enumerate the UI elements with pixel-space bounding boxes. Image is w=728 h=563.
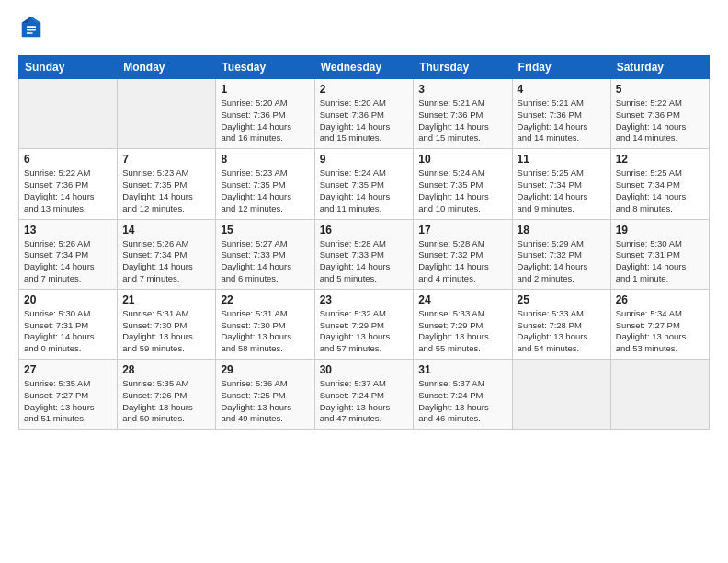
calendar-cell: 14Sunrise: 5:26 AM Sunset: 7:34 PM Dayli… xyxy=(118,219,216,289)
day-detail: Sunrise: 5:23 AM Sunset: 7:35 PM Dayligh… xyxy=(122,167,210,214)
day-detail: Sunrise: 5:25 AM Sunset: 7:34 PM Dayligh… xyxy=(616,167,704,214)
calendar-cell: 27Sunrise: 5:35 AM Sunset: 7:27 PM Dayli… xyxy=(19,360,118,430)
day-number: 8 xyxy=(221,153,309,166)
calendar-week-5: 27Sunrise: 5:35 AM Sunset: 7:27 PM Dayli… xyxy=(19,360,710,430)
weekday-header-friday: Friday xyxy=(512,56,610,79)
day-number: 12 xyxy=(616,153,704,166)
day-detail: Sunrise: 5:22 AM Sunset: 7:36 PM Dayligh… xyxy=(24,167,112,214)
day-detail: Sunrise: 5:30 AM Sunset: 7:31 PM Dayligh… xyxy=(24,308,112,355)
calendar-cell: 28Sunrise: 5:35 AM Sunset: 7:26 PM Dayli… xyxy=(118,360,216,430)
calendar-cell: 5Sunrise: 5:22 AM Sunset: 7:36 PM Daylig… xyxy=(610,79,709,149)
day-number: 23 xyxy=(320,293,409,306)
day-number: 24 xyxy=(418,293,506,306)
day-number: 15 xyxy=(221,224,309,236)
logo xyxy=(18,15,48,44)
day-number: 18 xyxy=(518,224,606,236)
calendar-cell xyxy=(512,360,610,430)
day-detail: Sunrise: 5:20 AM Sunset: 7:36 PM Dayligh… xyxy=(221,98,309,144)
day-detail: Sunrise: 5:24 AM Sunset: 7:35 PM Dayligh… xyxy=(320,167,409,214)
day-detail: Sunrise: 5:20 AM Sunset: 7:36 PM Dayligh… xyxy=(320,98,409,144)
day-number: 11 xyxy=(518,153,606,166)
day-number: 21 xyxy=(122,293,210,306)
calendar-cell: 24Sunrise: 5:33 AM Sunset: 7:29 PM Dayli… xyxy=(414,289,512,359)
day-number: 19 xyxy=(616,224,704,236)
calendar-cell xyxy=(19,79,118,149)
day-detail: Sunrise: 5:22 AM Sunset: 7:36 PM Dayligh… xyxy=(616,98,704,144)
day-detail: Sunrise: 5:28 AM Sunset: 7:33 PM Dayligh… xyxy=(320,238,409,285)
calendar-cell xyxy=(118,79,216,149)
calendar-cell: 3Sunrise: 5:21 AM Sunset: 7:36 PM Daylig… xyxy=(414,79,512,149)
calendar-cell: 7Sunrise: 5:23 AM Sunset: 7:35 PM Daylig… xyxy=(118,149,216,219)
day-detail: Sunrise: 5:36 AM Sunset: 7:25 PM Dayligh… xyxy=(221,378,309,425)
svg-rect-4 xyxy=(27,29,36,31)
day-number: 14 xyxy=(122,224,210,236)
weekday-header-row: SundayMondayTuesdayWednesdayThursdayFrid… xyxy=(19,56,710,79)
day-detail: Sunrise: 5:37 AM Sunset: 7:24 PM Dayligh… xyxy=(320,378,409,425)
calendar-cell: 10Sunrise: 5:24 AM Sunset: 7:35 PM Dayli… xyxy=(414,149,512,219)
day-detail: Sunrise: 5:31 AM Sunset: 7:30 PM Dayligh… xyxy=(221,308,309,355)
calendar-table: SundayMondayTuesdayWednesdayThursdayFrid… xyxy=(18,55,710,430)
calendar-cell: 13Sunrise: 5:26 AM Sunset: 7:34 PM Dayli… xyxy=(19,219,118,289)
header xyxy=(18,15,710,44)
calendar-cell: 20Sunrise: 5:30 AM Sunset: 7:31 PM Dayli… xyxy=(19,289,118,359)
day-detail: Sunrise: 5:31 AM Sunset: 7:30 PM Dayligh… xyxy=(122,308,210,355)
day-number: 16 xyxy=(320,224,409,236)
day-number: 7 xyxy=(122,153,210,166)
day-detail: Sunrise: 5:35 AM Sunset: 7:26 PM Dayligh… xyxy=(122,378,210,425)
calendar-cell: 9Sunrise: 5:24 AM Sunset: 7:35 PM Daylig… xyxy=(314,149,414,219)
day-number: 13 xyxy=(24,224,112,236)
calendar-cell: 21Sunrise: 5:31 AM Sunset: 7:30 PM Dayli… xyxy=(118,289,216,359)
logo-icon xyxy=(20,15,42,40)
calendar-cell: 29Sunrise: 5:36 AM Sunset: 7:25 PM Dayli… xyxy=(216,360,314,430)
calendar-cell: 18Sunrise: 5:29 AM Sunset: 7:32 PM Dayli… xyxy=(512,219,610,289)
day-number: 26 xyxy=(616,293,704,306)
day-detail: Sunrise: 5:23 AM Sunset: 7:35 PM Dayligh… xyxy=(221,167,309,214)
calendar-cell: 8Sunrise: 5:23 AM Sunset: 7:35 PM Daylig… xyxy=(216,149,314,219)
day-detail: Sunrise: 5:29 AM Sunset: 7:32 PM Dayligh… xyxy=(518,238,606,285)
calendar-week-4: 20Sunrise: 5:30 AM Sunset: 7:31 PM Dayli… xyxy=(19,289,710,359)
day-detail: Sunrise: 5:28 AM Sunset: 7:32 PM Dayligh… xyxy=(418,238,506,285)
calendar-week-3: 13Sunrise: 5:26 AM Sunset: 7:34 PM Dayli… xyxy=(19,219,710,289)
day-number: 25 xyxy=(518,293,606,306)
calendar-cell: 25Sunrise: 5:33 AM Sunset: 7:28 PM Dayli… xyxy=(512,289,610,359)
day-detail: Sunrise: 5:33 AM Sunset: 7:29 PM Dayligh… xyxy=(418,308,506,355)
weekday-header-wednesday: Wednesday xyxy=(314,56,414,79)
day-number: 6 xyxy=(24,153,112,166)
calendar-cell: 22Sunrise: 5:31 AM Sunset: 7:30 PM Dayli… xyxy=(216,289,314,359)
day-detail: Sunrise: 5:24 AM Sunset: 7:35 PM Dayligh… xyxy=(418,167,506,214)
day-detail: Sunrise: 5:27 AM Sunset: 7:33 PM Dayligh… xyxy=(221,238,309,285)
day-number: 3 xyxy=(418,83,506,96)
calendar-cell: 2Sunrise: 5:20 AM Sunset: 7:36 PM Daylig… xyxy=(314,79,414,149)
calendar-week-1: 1Sunrise: 5:20 AM Sunset: 7:36 PM Daylig… xyxy=(19,79,710,149)
day-number: 31 xyxy=(418,363,506,376)
day-detail: Sunrise: 5:21 AM Sunset: 7:36 PM Dayligh… xyxy=(418,98,506,144)
day-number: 22 xyxy=(221,293,309,306)
day-detail: Sunrise: 5:26 AM Sunset: 7:34 PM Dayligh… xyxy=(24,238,112,285)
weekday-header-thursday: Thursday xyxy=(414,56,512,79)
calendar-cell: 19Sunrise: 5:30 AM Sunset: 7:31 PM Dayli… xyxy=(610,219,709,289)
day-detail: Sunrise: 5:37 AM Sunset: 7:24 PM Dayligh… xyxy=(418,378,506,425)
calendar-cell: 17Sunrise: 5:28 AM Sunset: 7:32 PM Dayli… xyxy=(414,219,512,289)
day-number: 27 xyxy=(24,363,112,376)
day-detail: Sunrise: 5:26 AM Sunset: 7:34 PM Dayligh… xyxy=(122,238,210,285)
day-number: 10 xyxy=(418,153,506,166)
calendar-cell: 26Sunrise: 5:34 AM Sunset: 7:27 PM Dayli… xyxy=(610,289,709,359)
calendar-cell: 11Sunrise: 5:25 AM Sunset: 7:34 PM Dayli… xyxy=(512,149,610,219)
day-number: 4 xyxy=(518,83,606,96)
calendar-cell: 12Sunrise: 5:25 AM Sunset: 7:34 PM Dayli… xyxy=(610,149,709,219)
day-detail: Sunrise: 5:30 AM Sunset: 7:31 PM Dayligh… xyxy=(616,238,704,285)
calendar-cell: 1Sunrise: 5:20 AM Sunset: 7:36 PM Daylig… xyxy=(216,79,314,149)
calendar-cell: 30Sunrise: 5:37 AM Sunset: 7:24 PM Dayli… xyxy=(314,360,414,430)
day-number: 17 xyxy=(418,224,506,236)
day-number: 5 xyxy=(616,83,704,96)
day-detail: Sunrise: 5:34 AM Sunset: 7:27 PM Dayligh… xyxy=(616,308,704,355)
day-detail: Sunrise: 5:25 AM Sunset: 7:34 PM Dayligh… xyxy=(518,167,606,214)
day-number: 1 xyxy=(221,83,309,96)
day-number: 30 xyxy=(320,363,409,376)
svg-rect-3 xyxy=(27,26,36,28)
weekday-header-monday: Monday xyxy=(118,56,216,79)
calendar-cell: 16Sunrise: 5:28 AM Sunset: 7:33 PM Dayli… xyxy=(314,219,414,289)
calendar-cell: 31Sunrise: 5:37 AM Sunset: 7:24 PM Dayli… xyxy=(414,360,512,430)
calendar-week-2: 6Sunrise: 5:22 AM Sunset: 7:36 PM Daylig… xyxy=(19,149,710,219)
day-detail: Sunrise: 5:32 AM Sunset: 7:29 PM Dayligh… xyxy=(320,308,409,355)
